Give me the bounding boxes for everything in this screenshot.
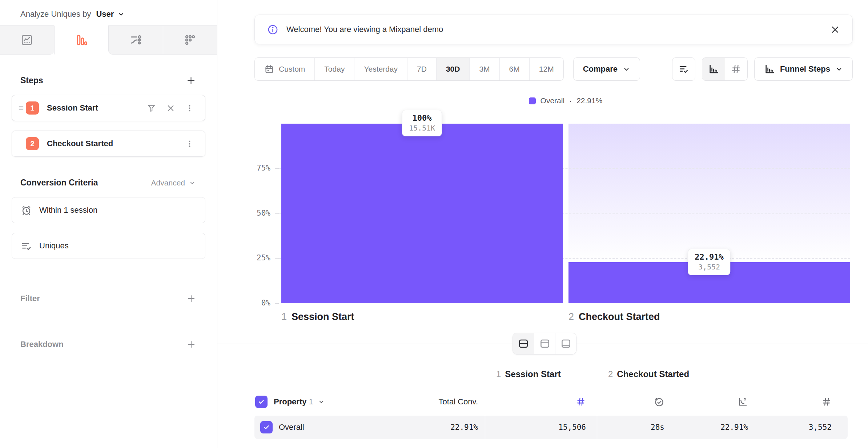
show-numbers-toggle[interactable] bbox=[725, 58, 747, 80]
date-range-3m[interactable]: 3M bbox=[469, 58, 499, 80]
chart-controls-row: Custom Today Yesterday 7D 30D 3M 6M 12M … bbox=[254, 57, 853, 81]
drag-handle-icon[interactable] bbox=[16, 105, 26, 111]
steps-title: Steps bbox=[20, 76, 43, 85]
bar-chart-icon bbox=[764, 64, 775, 75]
date-range-label: Today bbox=[324, 65, 345, 73]
step-number: 2 bbox=[568, 311, 574, 323]
hash-icon bbox=[821, 397, 832, 407]
step-index-badge: 2 bbox=[26, 137, 39, 150]
chevron-down-icon bbox=[835, 65, 843, 73]
date-range-custom[interactable]: Custom bbox=[255, 58, 314, 80]
compare-label: Compare bbox=[583, 64, 618, 74]
add-filter-button[interactable] bbox=[186, 294, 196, 303]
y-axis-tick: 50% bbox=[225, 209, 270, 217]
property-dropdown[interactable]: Property 1 bbox=[274, 397, 325, 407]
funnel-bar-1[interactable] bbox=[281, 124, 563, 303]
hash-icon bbox=[576, 397, 586, 407]
retention-grid-icon bbox=[184, 33, 197, 47]
step-name: Session Start bbox=[505, 369, 560, 379]
funnel-steps-label: Funnel Steps bbox=[780, 64, 830, 74]
table-row-overall[interactable]: Overall bbox=[254, 416, 400, 439]
counting-method-card[interactable]: Uniques bbox=[12, 233, 205, 259]
filter-section-header: Filter bbox=[20, 294, 196, 303]
date-range-today[interactable]: Today bbox=[314, 58, 354, 80]
cell-step1-count: 15,506 bbox=[485, 416, 597, 439]
property-label: Property bbox=[274, 397, 306, 407]
remove-step-icon[interactable] bbox=[166, 103, 176, 113]
add-breakdown-button[interactable] bbox=[186, 340, 196, 349]
step-number: 1 bbox=[281, 311, 287, 323]
date-range-yesterday[interactable]: Yesterday bbox=[354, 58, 407, 80]
step-number: 2 bbox=[608, 369, 613, 379]
step-label: Checkout Started bbox=[47, 139, 113, 148]
bar-1-tooltip: 100% 15.51K bbox=[402, 110, 442, 136]
row-checkbox[interactable] bbox=[260, 421, 273, 433]
layout-chart-focus-button[interactable] bbox=[534, 333, 555, 354]
conversion-window-label: Within 1 session bbox=[39, 205, 97, 215]
compare-button[interactable]: Compare bbox=[573, 57, 640, 81]
date-range-6m[interactable]: 6M bbox=[499, 58, 529, 80]
step-menu-icon[interactable] bbox=[185, 139, 194, 148]
list-check-icon bbox=[21, 240, 32, 252]
step2-rate-metric-header[interactable] bbox=[680, 388, 764, 416]
breakdown-title: Breakdown bbox=[20, 340, 64, 349]
tab-insights[interactable] bbox=[0, 25, 54, 55]
tab-retention[interactable] bbox=[163, 25, 217, 55]
step1-count-value: 15,506 bbox=[558, 423, 586, 432]
chevron-down-icon bbox=[189, 179, 196, 187]
funnel-bar-2-remainder bbox=[568, 124, 850, 262]
step1-count-metric-header[interactable] bbox=[485, 388, 597, 416]
add-step-button[interactable] bbox=[186, 76, 196, 85]
layout-split-equal-button[interactable] bbox=[513, 333, 534, 354]
total-conv-value: 22.91% bbox=[450, 423, 478, 432]
analyze-by-dropdown[interactable]: User bbox=[96, 9, 125, 19]
conversion-window-card[interactable]: Within 1 session bbox=[12, 197, 205, 223]
bar-1-count: 15.51K bbox=[409, 124, 435, 132]
total-conv-column-header: Total Conv. bbox=[400, 388, 485, 416]
bar-2-count: 3,552 bbox=[695, 263, 723, 271]
bar-2-percent: 22.91% bbox=[695, 252, 723, 261]
date-range-label: Yesterday bbox=[364, 65, 398, 73]
date-range-control: Custom Today Yesterday 7D 30D 3M 6M 12M bbox=[254, 57, 564, 81]
step-menu-icon[interactable] bbox=[185, 104, 194, 113]
step-name: Session Start bbox=[292, 311, 354, 323]
analyze-by-row: Analyze Uniques by User bbox=[0, 0, 217, 20]
chart-legend[interactable]: Overall · 22.91% bbox=[263, 97, 868, 105]
advanced-dropdown[interactable]: Advanced bbox=[151, 179, 196, 187]
layout-table-focus-button[interactable] bbox=[555, 333, 576, 354]
funnel-chart: 75% 50% 25% 0% 100% 15.51K 22.91% 3,552 … bbox=[217, 124, 868, 303]
close-icon[interactable] bbox=[830, 25, 840, 35]
steps-section-header: Steps bbox=[20, 76, 196, 85]
table-header-step-2: 2Checkout Started bbox=[597, 365, 848, 388]
cell-step2-count: 3,552 bbox=[764, 416, 848, 439]
step-card-2[interactable]: 2 Checkout Started bbox=[12, 131, 205, 157]
step2-time-value: 28s bbox=[651, 423, 664, 432]
date-range-7d[interactable]: 7D bbox=[407, 58, 436, 80]
legend-swatch bbox=[529, 97, 536, 104]
metric-uniques-button[interactable] bbox=[672, 57, 695, 81]
show-percent-bars-toggle[interactable] bbox=[702, 58, 725, 80]
tab-flows[interactable] bbox=[108, 25, 163, 55]
report-tab-strip bbox=[0, 25, 217, 55]
step2-rate-value: 22.91% bbox=[720, 423, 748, 432]
tab-funnels[interactable] bbox=[54, 25, 109, 55]
clock-check-icon bbox=[654, 396, 664, 407]
date-range-label: 30D bbox=[446, 65, 460, 73]
flows-icon bbox=[129, 33, 142, 47]
date-range-30d[interactable]: 30D bbox=[436, 58, 470, 80]
demo-banner: Welcome! You are viewing a Mixpanel demo bbox=[254, 15, 853, 44]
step2-count-metric-header[interactable] bbox=[764, 388, 848, 416]
cell-total-conv: 22.91% bbox=[400, 416, 485, 439]
bar-chart-icon bbox=[708, 64, 719, 75]
step-card-1[interactable]: 1 Session Start bbox=[12, 95, 205, 121]
sidebar: Analyze Uniques by User bbox=[0, 0, 217, 448]
step2-time-metric-header[interactable] bbox=[597, 388, 680, 416]
table-header-spacer bbox=[254, 365, 485, 388]
alarm-clock-icon bbox=[21, 205, 32, 216]
funnel-steps-dropdown[interactable]: Funnel Steps bbox=[754, 57, 853, 81]
date-range-12m[interactable]: 12M bbox=[529, 58, 563, 80]
bar-1-percent: 100% bbox=[409, 113, 435, 123]
filter-step-icon[interactable] bbox=[146, 103, 156, 113]
date-range-label: Custom bbox=[279, 65, 305, 73]
select-all-checkbox[interactable] bbox=[255, 396, 268, 408]
